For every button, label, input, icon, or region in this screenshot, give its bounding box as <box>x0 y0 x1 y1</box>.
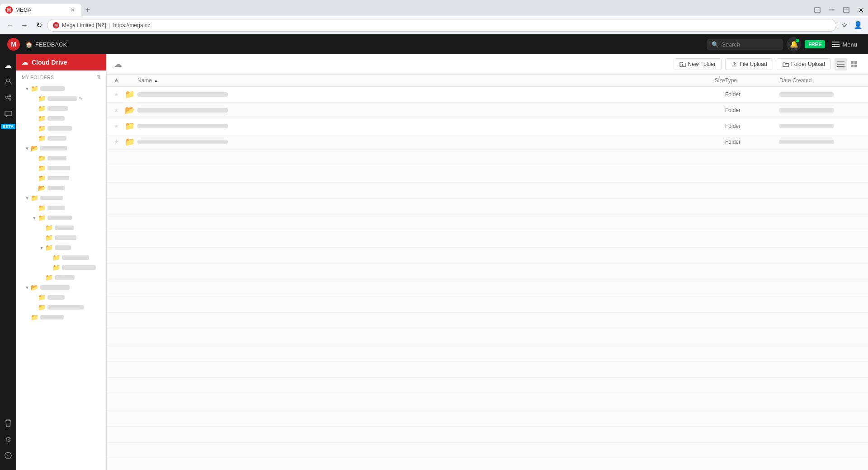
list-item[interactable]: 📁 <box>16 173 106 183</box>
left-nav-shared[interactable] <box>1 90 15 105</box>
window-restore-btn[interactable] <box>810 4 825 16</box>
sidebar-sort-icon[interactable]: ⇅ <box>97 74 101 80</box>
grid-view-button[interactable] <box>848 58 861 70</box>
toolbar-actions-right: New Folder File Upload Folder Upload <box>674 58 861 70</box>
browser-chrome: M MEGA ✕ + ✕ ← → ↻ M Mega Limited [NZ] | <box>0 0 868 34</box>
table-row[interactable]: ★ 📁 Folder <box>107 87 868 103</box>
list-item[interactable]: 📁 <box>16 292 106 302</box>
reload-button[interactable]: ↻ <box>33 19 45 32</box>
svg-point-5 <box>6 96 8 99</box>
forward-button[interactable]: → <box>18 19 31 32</box>
svg-rect-17 <box>851 61 854 64</box>
table-row[interactable]: ★ 📂 Folder <box>107 103 868 118</box>
svg-point-6 <box>9 95 11 97</box>
list-item[interactable]: 📁 ✎ <box>16 94 106 103</box>
file-date-placeholder <box>779 124 834 128</box>
star-icon[interactable]: ★ <box>114 139 125 145</box>
left-nav-rubbish[interactable] <box>1 416 15 430</box>
shared-folder-icon: 📂 <box>31 145 38 152</box>
folder-icon: 📁 <box>38 304 46 311</box>
left-nav-settings[interactable]: ⚙ <box>1 432 15 446</box>
table-row[interactable]: ★ 📁 Folder <box>107 134 868 150</box>
beta-badge: BETA <box>1 124 15 129</box>
browser-toolbar-actions: ☆ 👤 <box>838 19 864 32</box>
menu-button[interactable]: Menu <box>829 39 861 50</box>
address-bar[interactable]: M Mega Limited [NZ] | https://mega.nz <box>47 19 836 32</box>
list-item[interactable]: 📁 <box>16 233 106 243</box>
empty-row <box>107 280 868 296</box>
empty-row <box>107 296 868 313</box>
sidebar-cloud-drive-header[interactable]: ☁ Cloud Drive <box>16 54 106 70</box>
star-icon[interactable]: ★ <box>114 123 125 129</box>
folder-name-label <box>40 86 65 91</box>
address-url: https://mega.nz <box>113 22 830 28</box>
folder-name-label <box>47 176 69 180</box>
file-date-placeholder <box>779 140 834 144</box>
list-item[interactable]: ▼ 📁 <box>16 84 106 94</box>
list-item[interactable]: ▼ 📁 <box>16 243 106 253</box>
list-view-button[interactable] <box>835 58 847 70</box>
list-item[interactable]: 📁 <box>16 203 106 213</box>
upload-icon <box>731 61 737 67</box>
star-icon[interactable]: ★ <box>114 107 125 113</box>
list-item[interactable]: 📁 <box>16 113 106 123</box>
empty-row <box>107 150 868 166</box>
list-item[interactable]: 📁 <box>16 312 106 322</box>
folder-upload-button[interactable]: Folder Upload <box>777 58 831 70</box>
list-item[interactable]: 📂 <box>16 183 106 193</box>
header-name[interactable]: Name ▲ <box>137 77 671 84</box>
header-date[interactable]: Date Created <box>779 77 861 84</box>
upgrade-button[interactable]: FREE <box>805 40 825 48</box>
new-folder-button[interactable]: New Folder <box>674 58 722 70</box>
edit-icon: ✎ <box>79 96 83 102</box>
back-button[interactable]: ← <box>4 19 16 32</box>
list-item[interactable]: 📁 <box>16 253 106 263</box>
search-bar[interactable]: 🔍 Search <box>707 39 783 50</box>
profile-btn[interactable]: 👤 <box>852 19 864 32</box>
svg-line-9 <box>8 98 9 99</box>
list-item[interactable]: 📁 <box>16 133 106 143</box>
list-item[interactable]: ▼ 📂 <box>16 282 106 292</box>
list-item[interactable]: ▼ 📁 <box>16 213 106 223</box>
folder-name-label <box>47 295 65 300</box>
list-item[interactable]: ▼ 📁 <box>16 193 106 203</box>
list-item[interactable]: 📁 <box>16 273 106 282</box>
active-tab[interactable]: M MEGA ✕ <box>0 4 81 16</box>
online-indicator <box>796 39 799 42</box>
folder-name-label <box>47 305 84 310</box>
folder-icon: 📁 <box>125 121 137 131</box>
list-item[interactable]: 📁 <box>16 123 106 133</box>
window-close-btn[interactable]: ✕ <box>854 4 868 16</box>
content-area: ☁ New Folder File Upload Folder Upload <box>107 54 868 470</box>
chevron-down-icon: ▼ <box>24 146 31 151</box>
folder-icon: 📁 <box>38 105 46 112</box>
chevron-down-icon: ▼ <box>38 245 45 250</box>
window-minimize-btn[interactable] <box>825 4 839 16</box>
new-tab-button[interactable]: + <box>81 4 94 16</box>
list-item[interactable]: 📁 <box>16 223 106 233</box>
breadcrumb: ☁ <box>114 59 670 69</box>
left-nav-info[interactable]: ? <box>1 448 15 463</box>
header-type[interactable]: Type <box>725 77 779 84</box>
file-upload-button[interactable]: File Upload <box>725 58 773 70</box>
header-size[interactable]: Size <box>671 77 725 84</box>
left-nav-chat[interactable] <box>1 107 15 121</box>
list-item[interactable]: 📁 <box>16 163 106 173</box>
notification-button[interactable]: 🔔 <box>787 37 801 52</box>
star-icon[interactable]: ★ <box>114 91 125 98</box>
address-site-label: Mega Limited [NZ] <box>62 22 106 28</box>
folder-icon: 📁 <box>38 135 46 142</box>
left-nav-cloud-drive[interactable]: ☁ <box>1 58 15 72</box>
list-item[interactable]: 📁 <box>16 302 106 312</box>
list-item[interactable]: 📁 <box>16 153 106 163</box>
tab-close-button[interactable]: ✕ <box>69 6 76 14</box>
list-item[interactable]: 📁 <box>16 103 106 113</box>
list-item[interactable]: 📁 <box>16 263 106 273</box>
list-item[interactable]: ▼ 📂 <box>16 143 106 153</box>
chevron-down-icon: ▼ <box>24 285 31 290</box>
bookmark-btn[interactable]: ☆ <box>838 19 851 32</box>
left-nav-contacts[interactable] <box>1 74 15 89</box>
window-maximize-btn[interactable] <box>839 4 854 16</box>
table-row[interactable]: ★ 📁 Folder <box>107 118 868 134</box>
folder-upload-icon <box>783 61 789 67</box>
